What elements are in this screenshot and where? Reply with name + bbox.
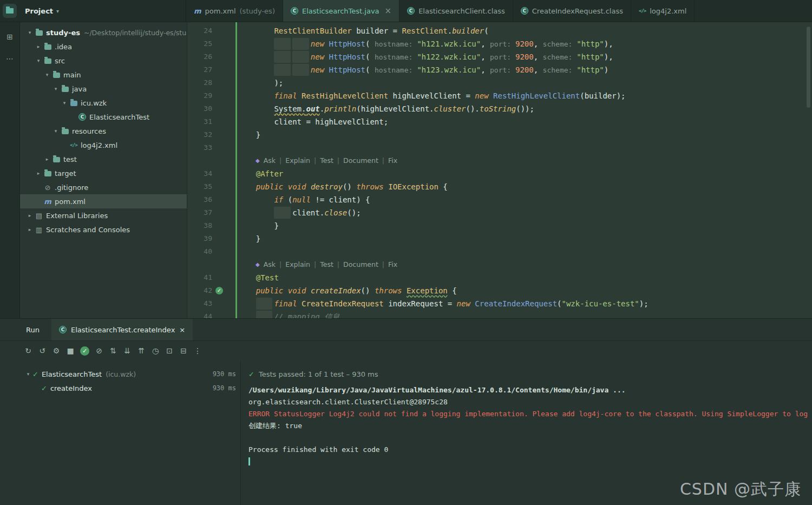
export-test-results-icon[interactable]: ⊟ bbox=[177, 344, 190, 357]
ai-action-explain[interactable]: Explain bbox=[285, 154, 310, 167]
tree-item-study-es[interactable]: ▾study-es~/Desktop/intellij/study-es/stu… bbox=[20, 25, 187, 40]
tree-item-src[interactable]: ▾src bbox=[20, 54, 187, 68]
more-options-icon[interactable]: ⋮ bbox=[191, 344, 204, 357]
editor-line[interactable]: 43 final CreateIndexRequest indexRequest… bbox=[187, 297, 812, 310]
close-icon[interactable]: × bbox=[385, 6, 392, 16]
editor-line[interactable]: 34 @After bbox=[187, 167, 812, 180]
editor-line[interactable]: 29 final RestHighLevelClient highLevelCl… bbox=[187, 89, 812, 102]
editor-line[interactable]: 32 } bbox=[187, 128, 812, 141]
chevron-open-icon[interactable]: ▾ bbox=[24, 371, 32, 377]
rerun-failed-tests-icon[interactable]: ↺ bbox=[36, 344, 49, 357]
editor-line[interactable]: 40 bbox=[187, 245, 812, 258]
editor-line[interactable]: 38 } bbox=[187, 219, 812, 232]
tree-item-idea[interactable]: ▸.idea bbox=[20, 40, 187, 54]
editor-gutter-line[interactable]: 43 bbox=[187, 297, 238, 310]
editor-gutter-line[interactable]: 39 bbox=[187, 232, 238, 245]
editor-line[interactable]: 31 client = highLevelClient; bbox=[187, 115, 812, 128]
ai-action-document[interactable]: Document bbox=[343, 154, 378, 167]
editor-gutter-line[interactable]: 40 bbox=[187, 245, 238, 258]
editor-gutter-line[interactable]: 29 bbox=[187, 89, 238, 102]
editor-gutter-line[interactable]: 24 bbox=[187, 24, 238, 37]
close-icon[interactable]: × bbox=[179, 326, 185, 334]
editor-gutter-line[interactable]: 27 bbox=[187, 63, 238, 76]
expand-all-icon[interactable]: ⇊ bbox=[121, 344, 134, 357]
test-node-createindex[interactable]: ✓createIndex930 ms bbox=[0, 381, 240, 395]
editor-gutter-line[interactable]: 37 bbox=[187, 206, 238, 219]
editor-gutter-line[interactable]: 34 bbox=[187, 167, 238, 180]
chevron-open-icon[interactable]: ▾ bbox=[51, 128, 60, 134]
test-passed-gutter-icon[interactable]: ✓ bbox=[215, 287, 223, 294]
run-tab[interactable]: C ElasticsearchTest.createIndex × bbox=[51, 319, 193, 340]
editor-line[interactable]: 27 new HttpHost( hostname: "h123.wzk.icu… bbox=[187, 63, 812, 76]
chevron-open-icon[interactable]: ▾ bbox=[34, 58, 43, 63]
ai-action-fix[interactable]: Fix bbox=[388, 258, 397, 271]
editor-gutter-line[interactable]: 41 bbox=[187, 271, 238, 284]
sort-by-duration-icon[interactable]: ⇅ bbox=[107, 344, 120, 357]
editor-gutter-line[interactable]: 30 bbox=[187, 102, 238, 115]
tree-item-main[interactable]: ▾main bbox=[20, 68, 187, 82]
tree-item-java[interactable]: ▾java bbox=[20, 82, 187, 96]
editor-gutter-line[interactable]: 26 bbox=[187, 50, 238, 63]
tree-item-log4j2-xml[interactable]: </>log4j2.xml bbox=[20, 138, 187, 152]
editor[interactable]: 24 RestClientBuilder builder = RestClien… bbox=[187, 22, 812, 318]
editor-tab-elasticsearchclient-class[interactable]: CElasticsearchClient.class bbox=[400, 0, 513, 22]
editor-gutter-line[interactable]: 25 bbox=[187, 37, 238, 50]
chevron-closed-icon[interactable]: ▸ bbox=[34, 170, 43, 176]
editor-line[interactable]: 26 new HttpHost( hostname: "h122.wzk.icu… bbox=[187, 50, 812, 63]
tree-item-external-libraries[interactable]: ▸▤External Libraries bbox=[20, 208, 187, 222]
editor-tab-elasticsearchtest-java[interactable]: CElasticsearchTest.java× bbox=[283, 0, 400, 22]
editor-gutter-line[interactable]: 38 bbox=[187, 219, 238, 232]
editor-line[interactable]: 42✓ public void createIndex() throws Exc… bbox=[187, 284, 812, 297]
editor-line[interactable]: 35 public void destroy() throws IOExcept… bbox=[187, 180, 812, 193]
tree-item-gitignore[interactable]: ⊘.gitignore bbox=[20, 180, 187, 194]
editor-line[interactable]: 39 } bbox=[187, 232, 812, 245]
chevron-open-icon[interactable]: ▾ bbox=[25, 30, 34, 35]
tree-item-resources[interactable]: ▾resources bbox=[20, 124, 187, 138]
editor-line[interactable]: 30 System.out.println(highLevelClient.cl… bbox=[187, 102, 812, 115]
rerun-tests-icon[interactable]: ↻ bbox=[22, 344, 35, 357]
ai-action-test[interactable]: Test bbox=[320, 258, 333, 271]
editor-gutter-line[interactable]: 33 bbox=[187, 141, 238, 154]
tree-item-target[interactable]: ▸target bbox=[20, 166, 187, 180]
ai-action-fix[interactable]: Fix bbox=[388, 154, 397, 167]
chevron-open-icon[interactable]: ▾ bbox=[51, 86, 60, 91]
more-tools-icon[interactable]: ⋯ bbox=[3, 51, 17, 65]
show-ignored-icon[interactable]: ⊘ bbox=[93, 344, 106, 357]
editor-line[interactable]: 25 new HttpHost( hostname: "h121.wzk.icu… bbox=[187, 37, 812, 50]
ai-action-explain[interactable]: Explain bbox=[285, 258, 310, 271]
project-panel-header[interactable]: Project ▾ bbox=[19, 0, 186, 22]
editor-gutter-line[interactable]: 31 bbox=[187, 115, 238, 128]
collapse-all-icon[interactable]: ⇈ bbox=[135, 344, 148, 357]
tool-windows-icon[interactable]: ⊞ bbox=[3, 30, 17, 44]
tree-item-scratches-and-consoles[interactable]: ▸▥Scratches and Consoles bbox=[20, 222, 187, 237]
editor-line[interactable]: 28 ); bbox=[187, 76, 812, 89]
ai-action-test[interactable]: Test bbox=[320, 154, 333, 167]
chevron-closed-icon[interactable]: ▸ bbox=[43, 156, 51, 162]
tree-item-elasticsearchtest[interactable]: CElasticsearchTest bbox=[20, 110, 187, 124]
editor-gutter-line[interactable]: 32 bbox=[187, 128, 238, 141]
tree-item-pom-xml[interactable]: mpom.xml bbox=[20, 194, 187, 208]
editor-scrollbar[interactable] bbox=[807, 27, 810, 108]
ai-action-document[interactable]: Document bbox=[343, 258, 378, 271]
editor-line[interactable]: 37 client.close(); bbox=[187, 206, 812, 219]
editor-gutter-line[interactable]: 42✓ bbox=[187, 284, 238, 297]
editor-line[interactable]: 36 if (null != client) { bbox=[187, 193, 812, 206]
editor-tab-pom-xml[interactable]: mpom.xml (study-es) bbox=[186, 0, 283, 22]
ai-action-ask[interactable]: Ask bbox=[264, 154, 276, 167]
stop-icon[interactable]: ■ bbox=[64, 344, 77, 357]
chevron-closed-icon[interactable]: ▸ bbox=[25, 227, 34, 232]
chevron-closed-icon[interactable]: ▸ bbox=[34, 44, 43, 49]
editor-tab-log4j2-xml[interactable]: </>log4j2.xml bbox=[631, 0, 695, 22]
test-history-icon[interactable]: ◷ bbox=[149, 344, 162, 357]
editor-gutter-line[interactable]: 28 bbox=[187, 76, 238, 89]
test-node-elasticsearchtest[interactable]: ▾✓ElasticsearchTest(icu.wzk)930 ms bbox=[0, 367, 240, 381]
show-passed-icon[interactable]: ✓ bbox=[80, 346, 89, 356]
editor-gutter-line[interactable]: 36 bbox=[187, 193, 238, 206]
chevron-open-icon[interactable]: ▾ bbox=[60, 100, 69, 106]
editor-line[interactable]: 44 // mapping 信息 bbox=[187, 310, 812, 318]
editor-gutter-line[interactable]: 35 bbox=[187, 180, 238, 193]
editor-gutter-line[interactable]: 44 bbox=[187, 310, 238, 318]
editor-line[interactable]: 41 @Test bbox=[187, 271, 812, 284]
editor-tab-createindexrequest-class[interactable]: CCreateIndexRequest.class bbox=[513, 0, 631, 22]
tree-item-icu-wzk[interactable]: ▾icu.wzk bbox=[20, 96, 187, 110]
